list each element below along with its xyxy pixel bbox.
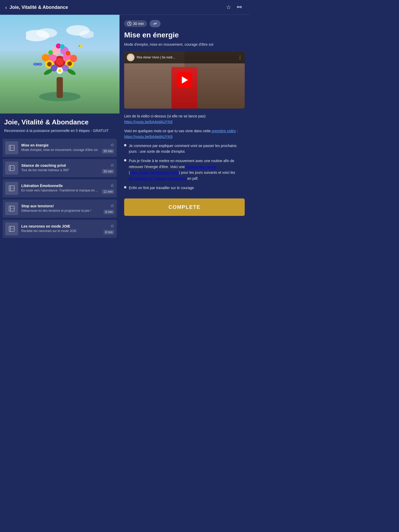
lesson-right: ☆ 30 min: [102, 142, 114, 154]
duration-row: 30 min: [124, 20, 245, 27]
svg-point-23: [60, 44, 65, 49]
first-video-link[interactable]: première vidéo: [212, 129, 236, 133]
lesson-item[interactable]: Stop aux tensions! Débarrasse-toi des te…: [3, 200, 117, 218]
svg-point-19: [58, 69, 61, 72]
back-button[interactable]: ‹: [5, 4, 7, 10]
svg-rect-32: [79, 45, 80, 46]
link-badge[interactable]: [150, 20, 161, 27]
play-button[interactable]: [177, 72, 192, 88]
svg-point-21: [70, 55, 77, 62]
bookmark-icon[interactable]: ☆: [226, 4, 233, 11]
duration-badge: 30 min: [124, 20, 147, 27]
bullet-item-1: Je commence par expliquer comment vont s…: [124, 143, 245, 155]
course-main-title: Joie, Vitalité & Abondance: [4, 118, 115, 126]
course-subtitle: Reconnexion à ta puissance personnelle e…: [4, 128, 115, 134]
complete-button[interactable]: COMPLETE: [124, 198, 245, 216]
lesson-duration: 30 min: [102, 169, 114, 174]
book-icon: [8, 185, 15, 192]
lesson-name: Les neurones en mode JOIE: [21, 224, 102, 228]
lesson-item[interactable]: Les neurones en mode JOIE Recâble tes ne…: [3, 220, 117, 238]
intro-text-section: Voici en quelques mots ce que tu vas viv…: [124, 128, 245, 140]
lesson-desc: Tour de ton monde intérieur à 360°: [21, 168, 100, 172]
header: ‹ Joie, Vitalité & Abondance ☆ ⚯: [0, 0, 249, 15]
detail-lesson-description: Mode d'emploi, mise en mouvement, courag…: [124, 42, 245, 47]
lesson-star[interactable]: ☆: [110, 183, 114, 188]
clock-icon: [127, 22, 131, 26]
lesson-right: ☆ 11 min: [102, 183, 114, 194]
book-icon: [8, 205, 15, 212]
main-layout: Joie, Vitalité & Abondance Reconnexion à…: [0, 15, 249, 243]
intro-text: Voici en quelques mots ce que tu vas viv…: [124, 129, 212, 133]
video-player[interactable]: Rire Aimer Vivre | Se mett… ⋮: [124, 51, 245, 109]
lesson-icon-box: [5, 222, 18, 235]
bullet-text-3: Enfin on finit par travailler sur le cou…: [129, 185, 194, 191]
share-icon[interactable]: ⚯: [237, 4, 244, 11]
channel-avatar: [127, 54, 135, 61]
lesson-star[interactable]: ☆: [110, 223, 114, 229]
svg-point-13: [47, 62, 52, 66]
svg-rect-30: [37, 63, 38, 65]
short-version-url[interactable]: https://youtu.be/fdqhhAzYUAg: [130, 170, 179, 175]
svg-point-1: [36, 28, 57, 38]
lesson-item[interactable]: Libération Émotionnelle En route vers l'…: [3, 179, 117, 197]
video-menu-dots[interactable]: ⋮: [238, 55, 242, 60]
bullet-list: Je commence par expliquer comment vont s…: [124, 143, 245, 191]
right-column: 30 min Mise en énergie Mode d'emploi, mi…: [119, 15, 249, 221]
svg-point-24: [48, 50, 53, 55]
bullet-icon: [124, 159, 126, 161]
short-version-link[interactable]: version plus courte: [186, 165, 216, 169]
lesson-star[interactable]: ☆: [110, 142, 114, 148]
detail-lesson-title: Mise en énergie: [124, 31, 245, 39]
lesson-item[interactable]: Séance de coaching privé Tour de ton mon…: [3, 159, 117, 177]
header-title: Joie, Vitalité & Abondance: [10, 5, 68, 10]
svg-rect-5: [57, 77, 63, 98]
video-channel-title: Rire Aimer Vivre | Se mett…: [137, 56, 236, 59]
lesson-desc: En route vers l'abondance: Transforme le…: [21, 189, 100, 193]
lesson-right: ☆ 8 min: [104, 203, 114, 214]
book-icon: [8, 225, 15, 232]
lesson-info: Stop aux tensions! Débarrasse-toi des te…: [21, 204, 102, 213]
svg-line-50: [129, 24, 130, 24]
lesson-star[interactable]: ☆: [110, 162, 114, 168]
lesson-desc: Débarrasse-toi des tensions et programme…: [21, 209, 102, 213]
bullet-icon: [124, 186, 126, 188]
lesson-icon-box: [5, 162, 18, 175]
lesson-desc: Mode d'emploi, mise en mouvement, courag…: [21, 148, 100, 152]
svg-point-7: [56, 58, 63, 65]
lesson-star[interactable]: ☆: [110, 203, 114, 209]
book-icon: [8, 164, 15, 172]
video-link-url[interactable]: https://youtu.be/bA4edAjJYK8: [124, 120, 172, 124]
course-title-section: Joie, Vitalité & Abondance Reconnexion à…: [0, 114, 119, 136]
play-triangle-icon: [182, 76, 188, 84]
svg-point-15: [67, 61, 72, 66]
flower-tree-illustration: [26, 20, 94, 108]
bullet-icon: [124, 144, 126, 146]
hero-image: [0, 15, 119, 114]
video-link-prefix: Lien de la vidéo ci-dessus (si elle ne s…: [124, 114, 206, 118]
lesson-duration: 11 min: [102, 189, 114, 194]
book-icon: [8, 144, 15, 151]
video-title-bar: Rire Aimer Vivre | Se mett… ⋮: [124, 51, 245, 63]
lesson-duration: 8 min: [104, 230, 114, 235]
lesson-right: ☆ 30 min: [102, 162, 114, 174]
pdf-link[interactable]: descriptions de chaque mouvement: [129, 176, 186, 181]
lesson-icon-box: [5, 182, 18, 195]
video-link-section: Lien de la vidéo ci-dessus (si elle ne s…: [124, 113, 245, 125]
lesson-icon-box: [5, 141, 18, 154]
lesson-info: Séance de coaching privé Tour de ton mon…: [21, 163, 100, 172]
lesson-desc: Recâble tes neurones sur le mode JOIE: [21, 229, 102, 233]
lesson-info: Libération Émotionnelle En route vers l'…: [21, 184, 100, 193]
bullet-item-3: Enfin on finit par travailler sur le cou…: [124, 185, 245, 191]
header-left: ‹ Joie, Vitalité & Abondance: [5, 4, 68, 10]
bullet-text-1: Je commence par expliquer comment vont s…: [129, 143, 245, 155]
chain-link-icon: [153, 21, 157, 26]
bullet-item-2: Puis je t'invite à te mettre en mouvemen…: [124, 158, 245, 181]
lesson-right: ☆ 8 min: [104, 223, 114, 235]
first-video-url[interactable]: https://youtu.be/bA4edAjJYK8: [124, 135, 172, 139]
lesson-name: Libération Émotionnelle: [21, 184, 100, 188]
lesson-info: Mise en énergie Mode d'emploi, mise en m…: [21, 143, 100, 152]
left-column: Joie, Vitalité & Abondance Reconnexion à…: [0, 15, 119, 243]
lesson-item[interactable]: Mise en énergie Mode d'emploi, mise en m…: [3, 139, 117, 157]
svg-point-20: [42, 54, 49, 61]
lesson-info: Les neurones en mode JOIE Recâble tes ne…: [21, 224, 102, 233]
